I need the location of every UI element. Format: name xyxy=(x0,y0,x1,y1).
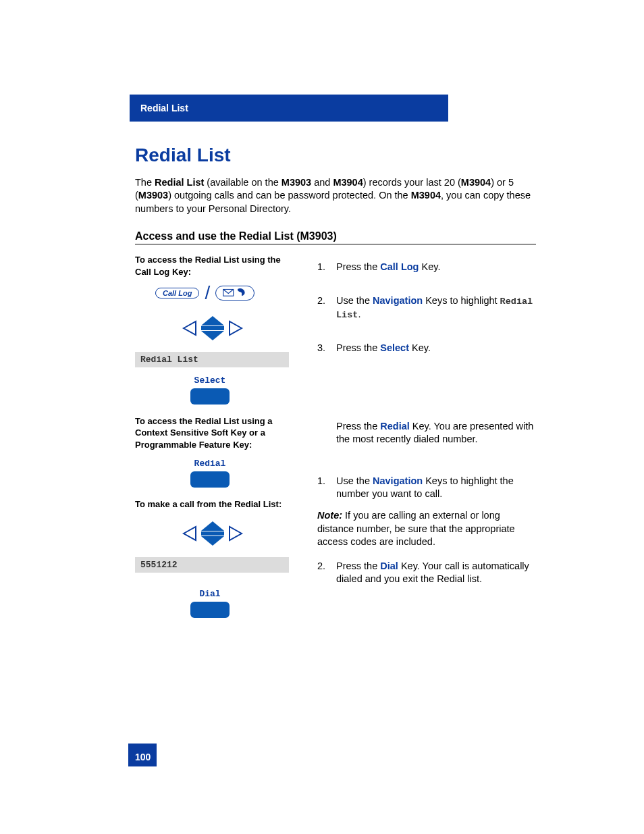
select-softkey: Select xyxy=(186,375,234,405)
softkey-button-icon xyxy=(190,602,230,618)
step-text: Press the xyxy=(336,561,380,571)
key-name: Call Log xyxy=(380,261,419,272)
step-text: Use the xyxy=(336,475,373,486)
message-key xyxy=(215,286,254,301)
dial-softkey: Dial xyxy=(186,589,234,618)
step-number: 1. xyxy=(317,261,328,274)
step-3: 3. Press the Select Key. xyxy=(317,342,536,355)
step-text: Use the xyxy=(336,295,373,306)
svg-marker-2 xyxy=(230,321,242,335)
navigation-keys-graphic xyxy=(176,313,250,345)
step-text: Press the xyxy=(336,421,380,432)
step-body: Press the Call Log Key. xyxy=(336,261,536,274)
lcd-display-redial-list: Redial List xyxy=(135,352,289,367)
key-name: Select xyxy=(380,342,409,353)
dial-softkey-label: Dial xyxy=(186,589,234,599)
intro-bold: Redial List xyxy=(155,177,204,188)
intro-text: ) outgoing calls and can be password pro… xyxy=(168,190,411,201)
intro-bold: M3904 xyxy=(411,190,441,201)
step-text: Keys to highlight xyxy=(423,295,500,306)
step-body: Press the Select Key. xyxy=(336,342,536,355)
slash-divider: / xyxy=(205,286,210,301)
two-column-layout: To access the Redial List using the Call… xyxy=(135,254,536,629)
key-name: Dial xyxy=(380,561,398,571)
step-text: Press the xyxy=(336,261,380,272)
step-number: 3. xyxy=(317,342,328,355)
step-4: 1. Use the Navigation Keys to highlight … xyxy=(317,475,536,501)
step-1: 1. Press the Call Log Key. xyxy=(317,261,536,274)
subheading: Access and use the Redial List (M3903) xyxy=(135,230,536,244)
key-name: Navigation xyxy=(373,295,423,306)
step-text: Key. xyxy=(409,342,431,353)
section-header-text: Redial List xyxy=(140,103,188,113)
document-page: Redial List Redial List The Redial List … xyxy=(0,0,644,834)
svg-rect-6 xyxy=(201,531,224,536)
redial-softkey-label: Redial xyxy=(186,459,234,469)
svg-marker-4 xyxy=(184,527,196,540)
step-number: 1. xyxy=(317,475,328,501)
intro-text: and xyxy=(311,177,333,188)
note-body: If you are calling an external or long d… xyxy=(317,510,515,547)
step-5: 2. Press the Dial Key. Your call is auto… xyxy=(317,560,536,586)
left-column: To access the Redial List using the Call… xyxy=(135,254,290,629)
step-number: 2. xyxy=(317,294,328,321)
nav-keys-icon xyxy=(176,519,250,548)
softkey-button-icon xyxy=(190,471,230,488)
softkey-button-icon xyxy=(190,388,230,405)
select-softkey-label: Select xyxy=(186,375,234,386)
step-text: Press the xyxy=(336,342,380,353)
navigation-keys-graphic xyxy=(176,519,250,550)
step-text: Key. xyxy=(419,261,440,272)
page-title: Redial List xyxy=(135,145,536,166)
step-number: 2. xyxy=(317,560,328,586)
intro-bold: M3903 xyxy=(281,177,311,188)
step-text: . xyxy=(358,309,360,319)
call-log-key: Call Log xyxy=(155,288,199,298)
redial-softkey: Redial xyxy=(186,459,234,488)
step-body: Use the Navigation Keys to highlight the… xyxy=(336,475,536,501)
redial-instruction: Press the Redial Key. You are presented … xyxy=(336,420,536,446)
right-column: 1. Press the Call Log Key. 2. Use the Na… xyxy=(317,254,536,629)
call-log-key-row: Call Log / xyxy=(155,286,290,301)
envelope-handset-icon xyxy=(223,287,247,298)
intro-bold: M3904 xyxy=(461,177,491,188)
svg-marker-5 xyxy=(230,527,242,540)
intro-text: The xyxy=(135,177,155,188)
intro-text: (available on the xyxy=(204,177,281,188)
note-block: Note: If you are calling an external or … xyxy=(317,509,536,549)
section-header: Redial List xyxy=(130,95,448,122)
lcd-display-number: 5551212 xyxy=(135,557,289,573)
left-heading-2: To access the Redial List using a Contex… xyxy=(135,415,290,451)
key-name: Redial xyxy=(380,421,410,432)
intro-bold: M3903 xyxy=(138,190,168,201)
svg-rect-3 xyxy=(201,326,224,330)
note-label: Note: xyxy=(317,510,342,521)
nav-keys-icon xyxy=(176,313,250,343)
step-body: Press the Dial Key. Your call is automat… xyxy=(336,560,536,586)
step-2: 2. Use the Navigation Keys to highlight … xyxy=(317,294,536,321)
intro-paragraph: The Redial List (available on the M3903 … xyxy=(135,176,536,216)
left-heading-1: To access the Redial List using the Call… xyxy=(135,254,290,278)
left-heading-3: To make a call from the Redial List: xyxy=(135,498,290,511)
svg-marker-1 xyxy=(184,321,196,335)
step-body: Use the Navigation Keys to highlight Red… xyxy=(336,294,536,321)
key-name: Navigation xyxy=(373,475,423,486)
intro-text: ) records your last 20 ( xyxy=(363,177,461,188)
page-number: 100 xyxy=(128,744,157,766)
intro-bold: M3904 xyxy=(333,177,363,188)
